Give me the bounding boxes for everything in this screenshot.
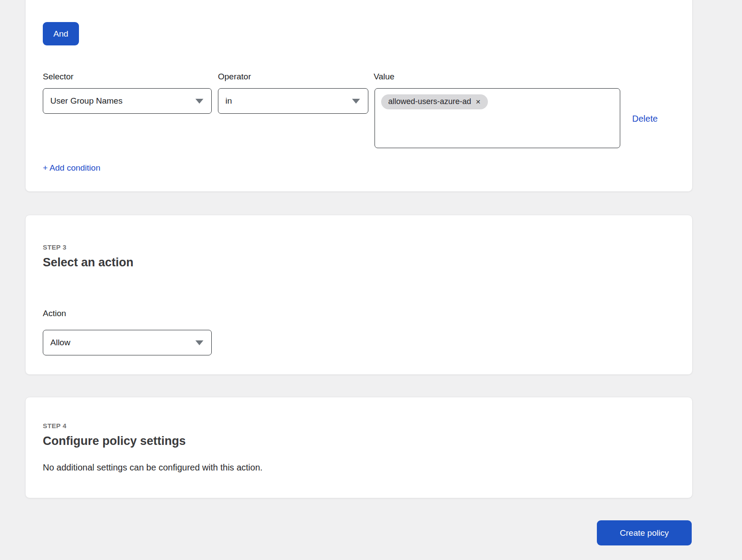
create-policy-button[interactable]: Create policy: [597, 520, 692, 545]
conditions-card: And Selector Operator Value User Group N…: [25, 0, 693, 192]
step4-eyebrow: STEP 4: [43, 422, 67, 429]
add-condition-link[interactable]: + Add condition: [43, 163, 100, 173]
action-label: Action: [43, 309, 66, 318]
selector-dropdown[interactable]: User Group Names: [43, 88, 212, 114]
chevron-down-icon: [352, 99, 360, 104]
step4-description: No additional settings can be configured…: [43, 463, 262, 473]
operator-dropdown[interactable]: in: [218, 88, 368, 114]
action-dropdown-value: Allow: [50, 338, 70, 347]
chevron-down-icon: [195, 99, 203, 104]
remove-tag-icon[interactable]: ✕: [476, 99, 481, 105]
delete-condition-link[interactable]: Delete: [632, 114, 658, 124]
selector-dropdown-value: User Group Names: [50, 96, 123, 106]
operator-dropdown-value: in: [225, 96, 232, 106]
and-operator-button[interactable]: And: [43, 22, 79, 45]
step3-eyebrow: STEP 3: [43, 243, 67, 251]
operator-label: Operator: [218, 72, 251, 82]
value-label: Value: [374, 72, 394, 82]
value-input[interactable]: allowed-users-azure-ad ✕: [375, 88, 620, 148]
step3-card: STEP 3 Select an action Action Allow: [25, 215, 693, 375]
policy-builder-page: And Selector Operator Value User Group N…: [0, 0, 742, 560]
selector-label: Selector: [43, 72, 74, 82]
action-dropdown[interactable]: Allow: [43, 330, 212, 355]
step4-title: Configure policy settings: [43, 434, 186, 448]
value-tag: allowed-users-azure-ad ✕: [381, 94, 488, 109]
value-tag-text: allowed-users-azure-ad: [388, 97, 471, 106]
step3-title: Select an action: [43, 256, 134, 269]
step4-card: STEP 4 Configure policy settings No addi…: [25, 397, 693, 498]
chevron-down-icon: [195, 340, 203, 345]
